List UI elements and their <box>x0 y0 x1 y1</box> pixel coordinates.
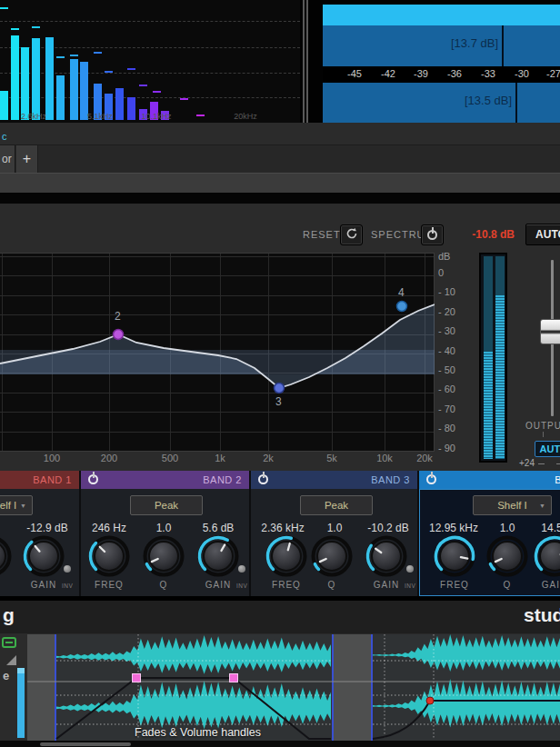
eq-point-2[interactable] <box>114 330 124 340</box>
fader-tick <box>538 463 545 464</box>
eq-bands-section: BAND 1Shelf I▼-12.9 dBGAININVBAND 2Peak2… <box>0 471 560 596</box>
scrollbar-thumb[interactable] <box>40 742 131 746</box>
meter-scale-number: -42 <box>374 68 403 79</box>
meter-scale-number: -39 <box>406 68 435 79</box>
tab-editor[interactable]: or <box>0 145 15 174</box>
daw-screen: 2.6kHz5.1kHz10.1kHz20kHz [13.7 dB] -45-4… <box>0 0 560 747</box>
band-band-2: BAND 2Peak246 Hz1.05.6 dBFREQQGAININV <box>81 471 249 596</box>
band-power-icon[interactable] <box>88 474 98 484</box>
band-header-label: BAND 3 <box>371 471 410 489</box>
brand-text-right: stud <box>524 604 560 626</box>
eq-freq-label: 200 <box>101 453 117 463</box>
band-header-band-3[interactable]: BAND 3 <box>251 471 417 489</box>
knob-label: Q <box>136 580 191 590</box>
eq-freq-label: 1k <box>215 453 225 463</box>
inv-button[interactable] <box>238 565 245 573</box>
inv-button[interactable] <box>406 565 414 573</box>
title-strip: c <box>0 123 560 144</box>
knob-gain[interactable] <box>22 534 65 578</box>
eq-meter-left-level <box>484 352 493 459</box>
band-shape-dropdown[interactable]: Peak <box>130 495 203 515</box>
spectrum-peak-hold <box>70 55 78 56</box>
output-label: OUTPUT <box>525 421 560 431</box>
meter-scale-number: -30 <box>507 68 536 79</box>
inv-label: INV <box>405 583 415 589</box>
eq-db-label: - 80 <box>438 423 455 433</box>
reset-button[interactable] <box>340 224 363 245</box>
eq-freq-label: 500 <box>162 453 178 463</box>
inv-label: INV <box>62 583 73 589</box>
knob-gain[interactable] <box>365 534 408 578</box>
spectrum-peak-hold <box>105 71 113 73</box>
band-value: 14.5 dB <box>516 522 560 534</box>
band-power-icon[interactable] <box>258 474 268 484</box>
knob-gain[interactable] <box>196 534 240 578</box>
volume-handle[interactable] <box>230 674 238 682</box>
fader-tick <box>556 463 560 464</box>
eq-output-meter <box>479 253 507 463</box>
eq-db-label: dB <box>438 251 450 262</box>
add-tab-button[interactable]: + <box>16 145 38 174</box>
knob-partial[interactable] <box>0 534 13 578</box>
meter-bar-bottom: [13.5 dB] <box>323 83 560 123</box>
spectrum-toggle-button[interactable] <box>421 224 444 245</box>
band-shape-dropdown[interactable]: Shelf I▼ <box>0 495 33 515</box>
eq-db-label: - 70 <box>438 403 455 414</box>
knob-freq[interactable] <box>265 534 308 578</box>
band-header-band-2[interactable]: BAND 2 <box>81 471 249 489</box>
inv-label: INV <box>236 583 247 589</box>
knob-label: Q <box>305 580 359 590</box>
knob-q[interactable] <box>142 534 185 578</box>
band-shape-dropdown[interactable]: Peak <box>300 495 373 515</box>
band-header-band-1[interactable]: BAND 1 <box>0 471 79 489</box>
meter-bar-bright <box>323 5 560 25</box>
band-body-band-1: Shelf I▼-12.9 dBGAININV <box>0 489 79 596</box>
spectrum-freq-label: 10.1kHz <box>141 112 171 121</box>
band-band-3: BAND 3Peak2.36 kHz1.0-10.2 dBFREQQGAININ… <box>251 471 417 596</box>
output-fader-handle[interactable] <box>540 319 560 344</box>
spectrum-analyzer-panel: 2.6kHz5.1kHz10.1kHz20kHz <box>0 0 300 123</box>
knob-freq[interactable] <box>87 534 131 578</box>
band-shape-dropdown[interactable]: Shelf I▼ <box>473 495 552 515</box>
eq-db-label: 0 <box>438 267 444 278</box>
knob-q[interactable] <box>310 534 354 578</box>
spectrum-peak-hold <box>180 98 188 100</box>
spectrum-bar <box>21 47 29 120</box>
eq-point-label: 2 <box>115 310 121 323</box>
eq-point-4[interactable] <box>397 302 407 312</box>
reset-label: RESET <box>303 229 341 240</box>
band-header-label: BAND 1 <box>33 471 72 489</box>
knob-gain[interactable] <box>533 534 560 578</box>
inv-button[interactable] <box>64 565 71 573</box>
eq-freq-label: 5k <box>326 453 337 463</box>
spectrum-freq-label: 20kHz <box>234 112 257 121</box>
eq-point-3[interactable] <box>275 383 285 393</box>
spectrum-bar <box>32 38 40 120</box>
spectrum-peak-hold <box>139 85 147 86</box>
horizontal-scrollbar[interactable] <box>0 741 560 747</box>
eq-curve-fill <box>0 304 435 388</box>
meter-bar-top: [13.7 dB] <box>323 25 560 66</box>
knob-q[interactable] <box>485 534 529 578</box>
knob-freq[interactable] <box>433 534 476 578</box>
waveform-canvas[interactable] <box>0 633 560 741</box>
band-header-band-4[interactable]: BAND 4 <box>419 471 560 489</box>
auto-button-bottom[interactable]: AUTO <box>535 441 560 457</box>
band-power-icon[interactable] <box>426 474 436 484</box>
auto-button-top[interactable]: AUTO <box>525 224 560 245</box>
spectrum-freq-label: 5.1kHz <box>87 112 113 121</box>
timeline-caption: Fades & Volume handles <box>135 726 261 739</box>
eq-db-label: - 60 <box>438 383 455 394</box>
band-body-band-4: Shelf I▼12.95 kHz1.014.5 dBFREQQGAIN <box>419 489 560 596</box>
volume-handle-red[interactable] <box>426 697 434 704</box>
spectrum-peak-hold <box>94 52 102 54</box>
spectrum-bar <box>127 97 135 120</box>
eq-curve-canvas[interactable]: 234 <box>0 253 435 452</box>
spectrum-gridline <box>0 21 300 22</box>
waveform-lobe-0 <box>56 635 331 674</box>
volume-handle[interactable] <box>133 674 141 682</box>
eq-db-label: - 30 <box>438 325 455 336</box>
meter-indicator-top <box>502 25 504 66</box>
level-meter-panel: [13.7 dB] -45-42-39-36-33-30-27 [13.5 dB… <box>323 0 560 129</box>
spectrum-bar <box>0 91 8 120</box>
